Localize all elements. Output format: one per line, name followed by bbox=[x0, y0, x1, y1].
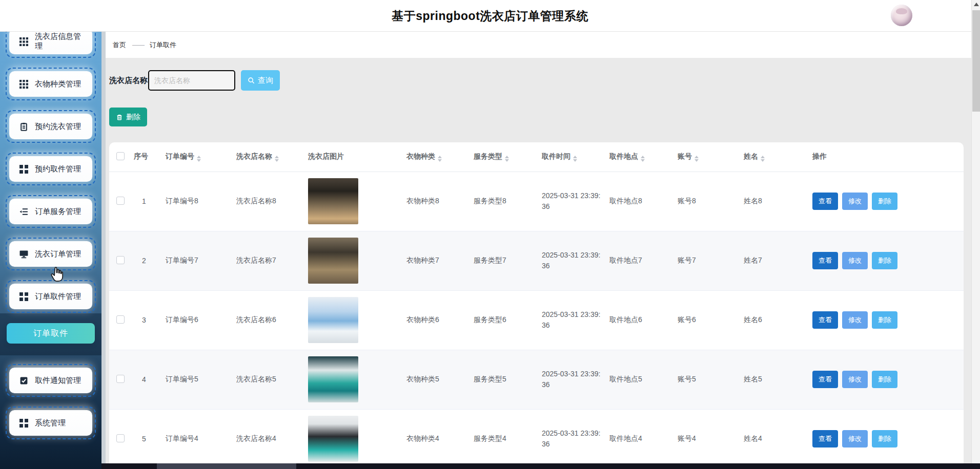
row-checkbox[interactable] bbox=[116, 256, 125, 264]
sort-carets-icon[interactable] bbox=[695, 156, 699, 162]
edit-button[interactable]: 修改 bbox=[842, 252, 868, 269]
pickup-time-cell: 2025-03-31 23:39:36 bbox=[538, 290, 605, 350]
sidebar-item-取件通知管理[interactable]: 取件通知管理 bbox=[9, 368, 92, 393]
account-cell: 账号5 bbox=[673, 350, 740, 409]
vertical-scrollbar[interactable] bbox=[971, 0, 980, 469]
account-cell: 账号8 bbox=[673, 172, 740, 231]
edit-button[interactable]: 修改 bbox=[842, 311, 868, 329]
view-button[interactable]: 查看 bbox=[812, 252, 838, 269]
breadcrumb-current: 订单取件 bbox=[150, 40, 176, 50]
column-header-订单编号: 订单编号 bbox=[161, 142, 232, 172]
clipboard-icon bbox=[19, 122, 28, 131]
delete-button[interactable]: 删除 bbox=[872, 252, 897, 269]
clothing-type-cell: 衣物种类4 bbox=[402, 409, 469, 468]
table-row: 5订单编号4洗衣店名称4衣物种类4服务类型42025-03-31 23:39:3… bbox=[109, 409, 964, 468]
service-type-cell: 服务类型4 bbox=[469, 409, 538, 468]
edit-button[interactable]: 修改 bbox=[842, 371, 868, 388]
row-checkbox-cell bbox=[109, 290, 130, 350]
sort-carets-icon[interactable] bbox=[438, 156, 442, 162]
sidebar-item-预约洗衣管理[interactable]: 预约洗衣管理 bbox=[9, 114, 92, 139]
sidebar-item-label: 订单取件管理 bbox=[35, 292, 81, 302]
monitor-icon bbox=[19, 250, 28, 259]
sort-carets-icon[interactable] bbox=[197, 156, 201, 162]
sort-carets-icon[interactable] bbox=[641, 156, 645, 162]
table-row: 1订单编号8洗衣店名称8衣物种类8服务类型82025-03-31 23:39:3… bbox=[109, 172, 964, 231]
sidebar: 洗衣店信息管理衣物种类管理预约洗衣管理预约取件管理订单服务管理洗衣订单管理订单取… bbox=[0, 32, 101, 469]
row-checkbox[interactable] bbox=[116, 315, 125, 324]
sort-carets-icon[interactable] bbox=[761, 156, 765, 162]
breadcrumb-separator: —— bbox=[132, 41, 144, 49]
pickup-place-cell: 取件地点4 bbox=[605, 409, 673, 468]
view-button[interactable]: 查看 bbox=[812, 311, 838, 329]
sidebar-item-衣物种类管理[interactable]: 衣物种类管理 bbox=[9, 71, 92, 97]
shop-photo-7 bbox=[308, 238, 358, 284]
shop-photo-4 bbox=[308, 416, 358, 462]
column-header-序号: 序号 bbox=[130, 142, 161, 172]
horizontal-scrollbar[interactable] bbox=[101, 463, 980, 469]
column-header-label: 姓名 bbox=[744, 152, 758, 160]
main-content: 洗衣店名称 查询 删除 序号订单编号洗衣店名称洗衣店图片衣物种类服务类型取件时间… bbox=[106, 58, 971, 469]
sidebar-item-label: 洗衣订单管理 bbox=[35, 249, 81, 259]
sidebar-item-洗衣订单管理[interactable]: 洗衣订单管理 bbox=[9, 241, 92, 267]
shop-name-cell: 洗衣店名称7 bbox=[232, 231, 304, 290]
order-number-cell: 订单编号7 bbox=[161, 231, 232, 290]
bulk-delete-button[interactable]: 删除 bbox=[109, 108, 147, 126]
column-header-label: 取件地点 bbox=[609, 152, 638, 160]
actions-cell: 查看修改删除 bbox=[808, 290, 964, 350]
top-header: 基于springboot洗衣店订单管理系统 bbox=[0, 0, 980, 32]
table-card: 序号订单编号洗衣店名称洗衣店图片衣物种类服务类型取件时间取件地点账号姓名操作 1… bbox=[109, 142, 964, 469]
pickup-time-cell: 2025-03-31 23:39:36 bbox=[538, 350, 605, 409]
user-avatar[interactable] bbox=[891, 5, 912, 26]
vertical-scrollbar-thumb[interactable] bbox=[972, 10, 980, 112]
row-checkbox[interactable] bbox=[116, 434, 125, 442]
name-cell: 姓名7 bbox=[740, 231, 808, 290]
delete-button[interactable]: 删除 bbox=[872, 371, 897, 388]
pickup-time-cell: 2025-03-31 23:39:36 bbox=[538, 172, 605, 231]
sidebar-item-订单取件管理[interactable]: 订单取件管理 bbox=[9, 284, 92, 309]
account-cell: 账号7 bbox=[673, 231, 740, 290]
service-type-cell: 服务类型5 bbox=[469, 350, 538, 409]
edit-button[interactable]: 修改 bbox=[842, 193, 868, 210]
column-header-操作: 操作 bbox=[808, 142, 964, 172]
scroll-up-arrow-icon[interactable] bbox=[974, 3, 979, 6]
view-button[interactable]: 查看 bbox=[812, 371, 838, 388]
column-header-label: 序号 bbox=[134, 152, 148, 160]
shop-name-label: 洗衣店名称 bbox=[109, 70, 148, 91]
breadcrumb-home-link[interactable]: 首页 bbox=[113, 40, 126, 50]
sidebar-item-洗衣店信息管理[interactable]: 洗衣店信息管理 bbox=[9, 32, 92, 54]
row-checkbox[interactable] bbox=[116, 375, 125, 383]
view-button[interactable]: 查看 bbox=[812, 430, 838, 447]
grid4-icon bbox=[19, 292, 28, 301]
sort-carets-icon[interactable] bbox=[275, 156, 279, 162]
orders-table: 序号订单编号洗衣店名称洗衣店图片衣物种类服务类型取件时间取件地点账号姓名操作 1… bbox=[109, 142, 964, 469]
select-all-checkbox[interactable] bbox=[116, 152, 125, 160]
delete-button[interactable]: 删除 bbox=[872, 193, 897, 210]
search-icon bbox=[248, 77, 255, 84]
sidebar-item-订单取件[interactable]: 订单取件 bbox=[7, 323, 95, 344]
column-header-label: 操作 bbox=[812, 152, 827, 160]
bulk-delete-label: 删除 bbox=[126, 113, 140, 122]
sidebar-scrollbar[interactable] bbox=[101, 32, 106, 469]
grid9-icon bbox=[19, 80, 28, 89]
pickup-time-cell: 2025-03-31 23:39:36 bbox=[538, 409, 605, 468]
sidebar-item-label: 系统管理 bbox=[35, 418, 66, 428]
view-button[interactable]: 查看 bbox=[812, 193, 838, 210]
sidebar-item-预约取件管理[interactable]: 预约取件管理 bbox=[9, 156, 92, 182]
shop-name-cell: 洗衣店名称5 bbox=[232, 350, 304, 409]
sidebar-item-订单服务管理[interactable]: 订单服务管理 bbox=[9, 199, 92, 224]
grid4-icon bbox=[19, 165, 28, 174]
delete-button[interactable]: 删除 bbox=[872, 430, 897, 447]
edit-button[interactable]: 修改 bbox=[842, 430, 868, 447]
delete-button[interactable]: 删除 bbox=[872, 311, 897, 329]
sort-carets-icon[interactable] bbox=[573, 156, 577, 162]
order-number-cell: 订单编号8 bbox=[161, 172, 232, 231]
column-header-洗衣店图片: 洗衣店图片 bbox=[304, 142, 402, 172]
table-header-row: 序号订单编号洗衣店名称洗衣店图片衣物种类服务类型取件时间取件地点账号姓名操作 bbox=[109, 142, 964, 172]
shop-name-input[interactable] bbox=[148, 70, 235, 91]
row-checkbox-cell bbox=[109, 350, 130, 409]
sidebar-item-系统管理[interactable]: 系统管理 bbox=[9, 410, 92, 436]
horizontal-scrollbar-thumb[interactable] bbox=[157, 463, 296, 469]
row-checkbox[interactable] bbox=[116, 197, 125, 205]
sort-carets-icon[interactable] bbox=[505, 156, 509, 162]
query-button[interactable]: 查询 bbox=[241, 70, 280, 91]
